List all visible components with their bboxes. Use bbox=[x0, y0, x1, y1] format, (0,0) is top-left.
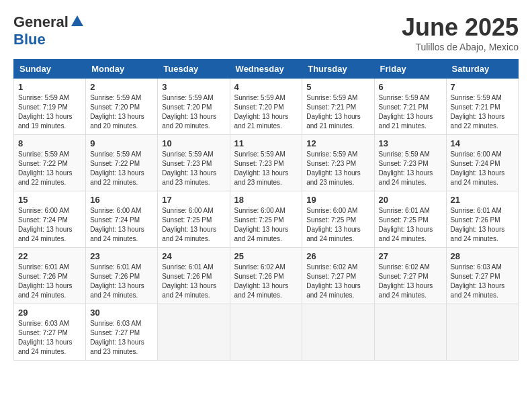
day-cell-2: 2Sunrise: 5:59 AMSunset: 7:20 PMDaylight… bbox=[86, 79, 158, 135]
day-info: Sunrise: 5:59 AMSunset: 7:20 PMDaylight:… bbox=[162, 93, 225, 131]
day-number: 28 bbox=[451, 251, 514, 261]
day-cell-3: 3Sunrise: 5:59 AMSunset: 7:20 PMDaylight… bbox=[158, 79, 230, 135]
day-info: Sunrise: 6:03 AMSunset: 7:27 PMDaylight:… bbox=[90, 319, 153, 357]
day-number: 7 bbox=[451, 82, 514, 92]
title-block: June 2025 Tulillos de Abajo, Mexico bbox=[402, 13, 519, 52]
day-cell-13: 13Sunrise: 5:59 AMSunset: 7:23 PMDayligh… bbox=[374, 135, 446, 191]
location: Tulillos de Abajo, Mexico bbox=[402, 42, 519, 52]
calendar-week-5: 29Sunrise: 6:03 AMSunset: 7:27 PMDayligh… bbox=[14, 304, 519, 361]
logo: General Blue bbox=[13, 13, 85, 48]
day-info: Sunrise: 5:59 AMSunset: 7:21 PMDaylight:… bbox=[451, 93, 514, 131]
header-monday: Monday bbox=[86, 60, 158, 79]
day-info: Sunrise: 5:59 AMSunset: 7:23 PMDaylight:… bbox=[162, 150, 225, 187]
day-cell-28: 28Sunrise: 6:03 AMSunset: 7:27 PMDayligh… bbox=[446, 248, 518, 304]
calendar-week-1: 1Sunrise: 5:59 AMSunset: 7:19 PMDaylight… bbox=[14, 79, 519, 135]
day-number: 21 bbox=[451, 195, 514, 205]
day-number: 25 bbox=[234, 251, 298, 261]
calendar-week-3: 15Sunrise: 6:00 AMSunset: 7:24 PMDayligh… bbox=[14, 191, 519, 248]
day-info: Sunrise: 6:02 AMSunset: 7:27 PMDaylight:… bbox=[379, 263, 442, 300]
day-info: Sunrise: 6:02 AMSunset: 7:27 PMDaylight:… bbox=[306, 263, 369, 300]
day-number: 13 bbox=[379, 138, 442, 148]
day-info: Sunrise: 6:01 AMSunset: 7:26 PMDaylight:… bbox=[90, 263, 153, 300]
day-number: 15 bbox=[18, 195, 81, 205]
day-cell-29: 29Sunrise: 6:03 AMSunset: 7:27 PMDayligh… bbox=[14, 304, 86, 361]
calendar-week-4: 22Sunrise: 6:01 AMSunset: 7:26 PMDayligh… bbox=[14, 248, 519, 304]
logo-general: General bbox=[13, 13, 69, 31]
day-cell-5: 5Sunrise: 5:59 AMSunset: 7:21 PMDaylight… bbox=[302, 79, 374, 135]
empty-cell bbox=[158, 304, 230, 361]
day-info: Sunrise: 6:01 AMSunset: 7:25 PMDaylight:… bbox=[379, 206, 442, 244]
day-cell-24: 24Sunrise: 6:01 AMSunset: 7:26 PMDayligh… bbox=[158, 248, 230, 304]
day-number: 6 bbox=[379, 82, 442, 92]
day-number: 3 bbox=[162, 82, 225, 92]
logo-blue: Blue bbox=[13, 31, 46, 48]
header-thursday: Thursday bbox=[302, 60, 374, 79]
day-cell-18: 18Sunrise: 6:00 AMSunset: 7:25 PMDayligh… bbox=[230, 191, 302, 248]
day-cell-25: 25Sunrise: 6:02 AMSunset: 7:26 PMDayligh… bbox=[230, 248, 302, 304]
page-header: General Blue June 2025 Tulillos de Abajo… bbox=[13, 13, 519, 52]
day-info: Sunrise: 6:00 AMSunset: 7:25 PMDaylight:… bbox=[306, 206, 369, 244]
day-info: Sunrise: 6:00 AMSunset: 7:24 PMDaylight:… bbox=[90, 206, 153, 244]
weekday-header-row: Sunday Monday Tuesday Wednesday Thursday… bbox=[14, 60, 519, 79]
header-tuesday: Tuesday bbox=[158, 60, 230, 79]
day-cell-15: 15Sunrise: 6:00 AMSunset: 7:24 PMDayligh… bbox=[14, 191, 86, 248]
day-cell-26: 26Sunrise: 6:02 AMSunset: 7:27 PMDayligh… bbox=[302, 248, 374, 304]
day-cell-22: 22Sunrise: 6:01 AMSunset: 7:26 PMDayligh… bbox=[14, 248, 86, 304]
day-number: 23 bbox=[90, 251, 153, 261]
day-cell-4: 4Sunrise: 5:59 AMSunset: 7:20 PMDaylight… bbox=[230, 79, 302, 135]
day-number: 30 bbox=[90, 308, 153, 318]
day-info: Sunrise: 6:00 AMSunset: 7:25 PMDaylight:… bbox=[162, 206, 225, 244]
day-cell-8: 8Sunrise: 5:59 AMSunset: 7:22 PMDaylight… bbox=[14, 135, 86, 191]
day-cell-21: 21Sunrise: 6:01 AMSunset: 7:26 PMDayligh… bbox=[446, 191, 518, 248]
day-cell-14: 14Sunrise: 6:00 AMSunset: 7:24 PMDayligh… bbox=[446, 135, 518, 191]
day-cell-10: 10Sunrise: 5:59 AMSunset: 7:23 PMDayligh… bbox=[158, 135, 230, 191]
day-number: 8 bbox=[18, 138, 81, 148]
day-number: 20 bbox=[379, 195, 442, 205]
day-info: Sunrise: 6:03 AMSunset: 7:27 PMDaylight:… bbox=[18, 319, 81, 357]
day-cell-20: 20Sunrise: 6:01 AMSunset: 7:25 PMDayligh… bbox=[374, 191, 446, 248]
day-info: Sunrise: 5:59 AMSunset: 7:22 PMDaylight:… bbox=[18, 150, 81, 187]
empty-cell bbox=[302, 304, 374, 361]
day-info: Sunrise: 6:00 AMSunset: 7:24 PMDaylight:… bbox=[18, 206, 81, 244]
day-info: Sunrise: 5:59 AMSunset: 7:22 PMDaylight:… bbox=[90, 150, 153, 187]
header-friday: Friday bbox=[374, 60, 446, 79]
header-wednesday: Wednesday bbox=[230, 60, 302, 79]
day-info: Sunrise: 6:00 AMSunset: 7:24 PMDaylight:… bbox=[451, 150, 514, 187]
empty-cell bbox=[230, 304, 302, 361]
day-info: Sunrise: 6:01 AMSunset: 7:26 PMDaylight:… bbox=[451, 206, 514, 244]
day-cell-27: 27Sunrise: 6:02 AMSunset: 7:27 PMDayligh… bbox=[374, 248, 446, 304]
day-info: Sunrise: 5:59 AMSunset: 7:23 PMDaylight:… bbox=[306, 150, 369, 187]
day-number: 12 bbox=[306, 138, 369, 148]
day-info: Sunrise: 5:59 AMSunset: 7:20 PMDaylight:… bbox=[234, 93, 298, 131]
day-number: 14 bbox=[451, 138, 514, 148]
day-number: 2 bbox=[90, 82, 153, 92]
day-cell-7: 7Sunrise: 5:59 AMSunset: 7:21 PMDaylight… bbox=[446, 79, 518, 135]
empty-cell bbox=[446, 304, 518, 361]
day-number: 27 bbox=[379, 251, 442, 261]
day-info: Sunrise: 5:59 AMSunset: 7:23 PMDaylight:… bbox=[234, 150, 298, 187]
day-number: 10 bbox=[162, 138, 225, 148]
day-info: Sunrise: 5:59 AMSunset: 7:20 PMDaylight:… bbox=[90, 93, 153, 131]
header-sunday: Sunday bbox=[14, 60, 86, 79]
day-number: 24 bbox=[162, 251, 225, 261]
day-cell-1: 1Sunrise: 5:59 AMSunset: 7:19 PMDaylight… bbox=[14, 79, 86, 135]
day-number: 9 bbox=[90, 138, 153, 148]
day-info: Sunrise: 6:02 AMSunset: 7:26 PMDaylight:… bbox=[234, 263, 298, 300]
day-number: 18 bbox=[234, 195, 298, 205]
day-cell-12: 12Sunrise: 5:59 AMSunset: 7:23 PMDayligh… bbox=[302, 135, 374, 191]
day-number: 5 bbox=[306, 82, 369, 92]
day-info: Sunrise: 5:59 AMSunset: 7:21 PMDaylight:… bbox=[306, 93, 369, 131]
day-number: 4 bbox=[234, 82, 298, 92]
svg-marker-0 bbox=[71, 15, 83, 26]
day-info: Sunrise: 5:59 AMSunset: 7:21 PMDaylight:… bbox=[379, 93, 442, 131]
day-number: 16 bbox=[90, 195, 153, 205]
calendar-table: Sunday Monday Tuesday Wednesday Thursday… bbox=[13, 59, 519, 361]
day-info: Sunrise: 6:01 AMSunset: 7:26 PMDaylight:… bbox=[162, 263, 225, 300]
day-cell-6: 6Sunrise: 5:59 AMSunset: 7:21 PMDaylight… bbox=[374, 79, 446, 135]
day-number: 26 bbox=[306, 251, 369, 261]
day-info: Sunrise: 5:59 AMSunset: 7:23 PMDaylight:… bbox=[379, 150, 442, 187]
day-cell-19: 19Sunrise: 6:00 AMSunset: 7:25 PMDayligh… bbox=[302, 191, 374, 248]
day-cell-16: 16Sunrise: 6:00 AMSunset: 7:24 PMDayligh… bbox=[86, 191, 158, 248]
day-cell-30: 30Sunrise: 6:03 AMSunset: 7:27 PMDayligh… bbox=[86, 304, 158, 361]
day-number: 11 bbox=[234, 138, 298, 148]
